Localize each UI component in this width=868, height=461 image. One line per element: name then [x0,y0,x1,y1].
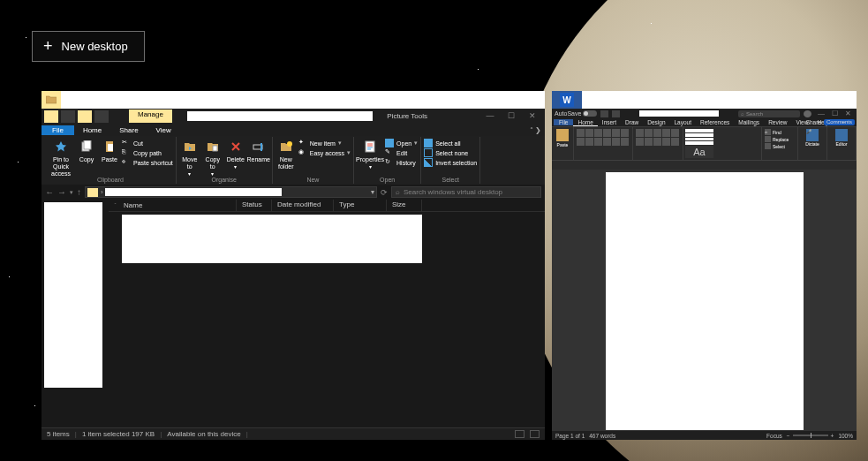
copy-path-button[interactable]: ⎘Copy path [122,148,173,157]
font-group[interactable] [577,129,630,146]
properties-button[interactable]: Properties▾ [357,139,383,170]
style-heading2[interactable] [685,138,713,141]
tell-me-search[interactable]: ⌕Search [738,110,800,117]
refresh-button[interactable]: ⟳ [381,188,388,197]
tab-layout[interactable]: Layout [670,119,697,125]
column-size[interactable]: Size [387,200,422,211]
document-area[interactable] [552,170,857,430]
dictate-button[interactable]: 🎤Dictate [801,129,824,147]
ribbon-collapse-icon[interactable]: ˄ ❯ [530,126,541,134]
view-large-button[interactable] [530,430,540,438]
invert-icon [424,158,433,167]
menu-view[interactable]: View [147,125,180,135]
copy-to-button[interactable]: Copy to▾ [202,139,223,178]
file-list[interactable]: ˄Name Status Date modified Type Size [109,200,545,429]
view-details-button[interactable] [515,430,525,438]
qat-icon[interactable] [78,110,92,123]
paste-button[interactable]: Paste [555,129,570,147]
autosave-toggle[interactable]: AutoSave [555,110,597,117]
status-words[interactable]: 467 words [589,433,615,439]
copy-button[interactable]: Copy [76,139,97,163]
new-item-button[interactable]: ✦New item▾ [298,139,351,147]
paste-shortcut-button[interactable]: ⎆Paste shortcut [122,158,173,167]
search-icon: ⌕ [396,188,400,196]
tab-insert[interactable]: Insert [598,119,621,125]
menu-file[interactable]: File [42,125,74,135]
delete-button[interactable]: Delete▾ [225,139,246,170]
close-button[interactable]: ✕ [523,111,542,122]
style-more[interactable]: Aa [685,146,713,158]
column-date[interactable]: Date modified [272,200,334,211]
qat-icon[interactable] [44,110,58,123]
search-box[interactable]: ⌕ Search windows virtual desktop [391,186,541,198]
qat-icon[interactable] [61,110,75,123]
select-all-button[interactable]: Select all [424,139,477,147]
new-folder-button[interactable]: New folder [275,139,297,170]
status-page[interactable]: Page 1 of 1 [555,433,585,439]
easy-access-button[interactable]: ◉Easy access▾ [298,148,351,157]
history-button[interactable]: ↻History [385,158,418,167]
up-button[interactable]: ↑ [77,187,81,197]
column-type[interactable]: Type [334,200,387,211]
styles-gallery[interactable]: Aa [683,127,762,160]
maximize-button[interactable]: ☐ [502,111,521,122]
ruler [552,161,857,170]
style-title[interactable] [685,141,713,145]
tab-references[interactable]: References [696,119,734,125]
replace-button[interactable]: Replace [765,136,795,142]
share-button[interactable]: Share [806,119,821,125]
qat-icon[interactable] [94,110,109,123]
edit-button[interactable]: ✎Edit [385,148,418,157]
editor-button[interactable]: Editor [830,129,853,147]
open-button[interactable]: Open▾ [385,139,418,147]
minimize-button[interactable]: — [815,110,827,117]
comments-button[interactable]: Comments [824,119,855,125]
tab-design[interactable]: Design [643,119,669,125]
find-button[interactable]: ⌕Find [765,129,795,135]
minimize-button[interactable]: — [480,111,500,122]
tab-home[interactable]: Home [573,119,597,126]
taskview-thumbnail-word[interactable]: W AutoSave ⌕Search — ☐ ✕ File Home Inser… [552,91,857,440]
style-normal[interactable] [685,129,713,132]
new-desktop-button[interactable]: + New desktop [32,31,145,62]
column-status[interactable]: Status [237,200,272,211]
account-icon[interactable] [804,110,811,117]
save-icon[interactable] [600,110,608,117]
document-page[interactable] [606,172,804,430]
new-desktop-label: New desktop [62,40,128,53]
zoom-slider[interactable]: −+ [787,433,834,439]
invert-selection-button[interactable]: Invert selection [424,158,477,167]
address-bar[interactable]: › ▾ [85,186,377,198]
tab-draw[interactable]: Draw [621,119,643,125]
recent-button[interactable]: ▾ [70,189,73,196]
select-none-icon [424,148,433,157]
undo-icon[interactable] [612,110,620,117]
select-button[interactable]: Select [765,143,795,149]
status-focus[interactable]: Focus [766,433,782,439]
menu-home[interactable]: Home [74,125,110,135]
tab-mailings[interactable]: Mailings [734,119,764,125]
navigation-pane[interactable] [42,200,109,429]
cut-button[interactable]: ✂Cut [122,139,173,147]
edit-icon: ✎ [385,148,394,157]
back-button[interactable]: ← [45,187,54,197]
rename-button[interactable]: Rename [248,139,269,163]
find-icon: ⌕ [765,129,771,135]
status-zoom[interactable]: 100% [838,433,853,439]
menu-share[interactable]: Share [110,125,147,135]
paragraph-group[interactable] [636,129,680,146]
taskview-thumbnail-explorer[interactable]: Manage Picture Tools — ☐ ✕ File Home Sha… [42,91,545,440]
paste-button[interactable]: Paste [99,139,120,163]
tab-file[interactable]: File [554,119,573,125]
select-none-button[interactable]: Select none [424,148,477,157]
forward-button[interactable]: → [57,187,66,197]
svg-rect-8 [366,141,374,152]
tab-review[interactable]: Review [764,119,791,125]
maximize-button[interactable]: ☐ [828,110,841,117]
column-name[interactable]: ˄Name [109,200,237,211]
close-button[interactable]: ✕ [842,110,854,117]
style-heading1[interactable] [685,133,713,137]
move-to-button[interactable]: Move to▾ [179,139,200,178]
pin-quick-access-button[interactable]: Pin to Quick access [48,139,74,178]
ribbon-context-tab[interactable]: Manage [129,110,172,123]
